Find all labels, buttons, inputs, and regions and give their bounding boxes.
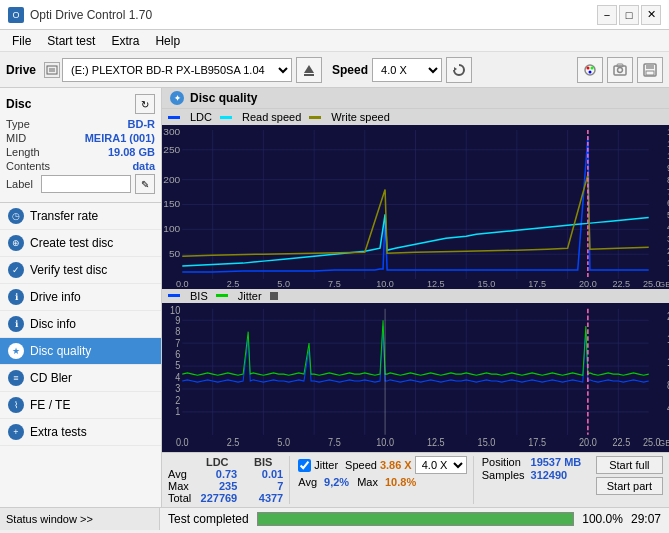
svg-text:12.5: 12.5 [427, 437, 445, 449]
top-chart-svg: 300 250 200 150 100 50 0.0 2.5 5.0 7.5 1… [162, 125, 669, 289]
disc-info-icon: ℹ [8, 316, 24, 332]
charts-area: LDC Read speed Write speed [162, 109, 669, 452]
position-section: Position 19537 MB Samples 312490 [473, 456, 582, 504]
drive-icon [44, 62, 60, 78]
svg-text:17.5: 17.5 [528, 279, 546, 289]
total-label: Total [168, 492, 191, 504]
svg-text:300: 300 [163, 126, 180, 137]
ldc-legend-label: LDC [190, 111, 212, 123]
drive-label: Drive [6, 63, 36, 77]
avg-ldc: 0.73 [197, 468, 237, 480]
maximize-button[interactable]: □ [619, 5, 639, 25]
disc-quality-header-icon: ✦ [170, 91, 184, 105]
svg-text:3: 3 [175, 383, 180, 395]
type-value: BD-R [128, 118, 156, 130]
svg-text:0.0: 0.0 [176, 279, 189, 289]
drive-info-label: Drive info [30, 290, 81, 304]
svg-point-7 [591, 66, 594, 69]
svg-text:5.0: 5.0 [277, 279, 290, 289]
sidebar-item-extra-tests[interactable]: + Extra tests [0, 419, 161, 446]
mid-label: MID [6, 132, 26, 144]
svg-rect-13 [646, 64, 654, 69]
ldc-legend-color [168, 116, 180, 119]
speed-select-small[interactable]: 4.0 X [415, 456, 467, 474]
ldc-header: LDC [197, 456, 237, 468]
bis-legend-color [168, 294, 180, 297]
length-value: 19.08 GB [108, 146, 155, 158]
max-ldc: 235 [197, 480, 237, 492]
transfer-rate-label: Transfer rate [30, 209, 98, 223]
toolbar: Drive (E:) PLEXTOR BD-R PX-LB950SA 1.04 … [0, 52, 669, 88]
bottom-chart-legend-bar: BIS Jitter [162, 289, 669, 303]
menu-extra[interactable]: Extra [103, 32, 147, 50]
menu-help[interactable]: Help [147, 32, 188, 50]
close-button[interactable]: ✕ [641, 5, 661, 25]
start-full-button[interactable]: Start full [596, 456, 663, 474]
sidebar-item-verify-test-disc[interactable]: ✓ Verify test disc [0, 257, 161, 284]
svg-text:22.5: 22.5 [612, 437, 630, 449]
disc-label-input[interactable] [41, 175, 131, 193]
jitter-legend-color [216, 294, 228, 297]
progress-bar-fill [258, 513, 574, 525]
svg-text:1: 1 [175, 406, 180, 418]
speed-select[interactable]: 4.0 X [372, 58, 442, 82]
menu-file[interactable]: File [4, 32, 39, 50]
svg-text:GB: GB [659, 438, 669, 449]
max-bis: 7 [243, 480, 283, 492]
palette-button[interactable] [577, 57, 603, 83]
stats-grid: LDC BIS Avg 0.73 0.01 Max 235 7 Total 22… [168, 456, 283, 504]
sidebar-item-drive-info[interactable]: ℹ Drive info [0, 284, 161, 311]
disc-info-section: Disc ↻ Type BD-R MID MEIRA1 (001) Length… [0, 88, 161, 203]
drive-info-icon: ℹ [8, 289, 24, 305]
menu-start-test[interactable]: Start test [39, 32, 103, 50]
sidebar-item-disc-quality[interactable]: ★ Disc quality [0, 338, 161, 365]
jitter-legend-label: Jitter [238, 290, 262, 302]
jitter-max: 10.8% [385, 476, 416, 488]
svg-rect-1 [49, 68, 55, 72]
refresh-button[interactable] [446, 57, 472, 83]
sidebar-nav: ◷ Transfer rate ⊕ Create test disc ✓ Ver… [0, 203, 161, 507]
stats-empty [168, 456, 191, 468]
start-part-button[interactable]: Start part [596, 477, 663, 495]
window-controls: − □ ✕ [597, 5, 661, 25]
status-bar: Status window >> Test completed 100.0% 2… [0, 507, 669, 529]
sidebar-item-fe-te[interactable]: ⌇ FE / TE [0, 392, 161, 419]
save-button[interactable] [637, 57, 663, 83]
status-window-button[interactable]: Status window >> [0, 508, 160, 530]
sidebar-item-transfer-rate[interactable]: ◷ Transfer rate [0, 203, 161, 230]
eject-button[interactable] [296, 57, 322, 83]
disc-quality-label: Disc quality [30, 344, 91, 358]
read-speed-legend-color [220, 116, 232, 119]
minimize-button[interactable]: − [597, 5, 617, 25]
speed-label-inline: Speed [345, 459, 377, 471]
sidebar-item-disc-info[interactable]: ℹ Disc info [0, 311, 161, 338]
drive-select[interactable]: (E:) PLEXTOR BD-R PX-LB950SA 1.04 [62, 58, 292, 82]
svg-text:8: 8 [175, 326, 180, 338]
svg-marker-2 [304, 65, 314, 73]
svg-point-6 [587, 66, 590, 69]
svg-text:17.5: 17.5 [528, 437, 546, 449]
speed-value: 3.86 X [380, 459, 412, 471]
sidebar: Disc ↻ Type BD-R MID MEIRA1 (001) Length… [0, 88, 162, 507]
jitter-check-row: Jitter Speed 3.86 X 4.0 X [298, 456, 466, 474]
samples-value: 312490 [531, 469, 582, 481]
sidebar-item-cd-bler[interactable]: ≡ CD Bler [0, 365, 161, 392]
app-icon: O [8, 7, 24, 23]
camera-button[interactable] [607, 57, 633, 83]
svg-text:0.0: 0.0 [176, 437, 189, 449]
speed-label: Speed [332, 63, 368, 77]
sidebar-item-create-test-disc[interactable]: ⊕ Create test disc [0, 230, 161, 257]
position-label: Position [482, 456, 525, 468]
bis-legend-label: BIS [190, 290, 208, 302]
svg-text:10.0: 10.0 [376, 437, 394, 449]
read-speed-legend-label: Read speed [242, 111, 301, 123]
jitter-checkbox[interactable] [298, 459, 311, 472]
total-bis: 4377 [243, 492, 283, 504]
svg-text:10.0: 10.0 [376, 279, 394, 289]
verify-test-label: Verify test disc [30, 263, 107, 277]
stats-panel: LDC BIS Avg 0.73 0.01 Max 235 7 Total 22… [162, 452, 669, 507]
label-edit-button[interactable]: ✎ [135, 174, 155, 194]
disc-refresh-button[interactable]: ↻ [135, 94, 155, 114]
disc-info-label: Disc info [30, 317, 76, 331]
svg-rect-3 [304, 74, 314, 76]
